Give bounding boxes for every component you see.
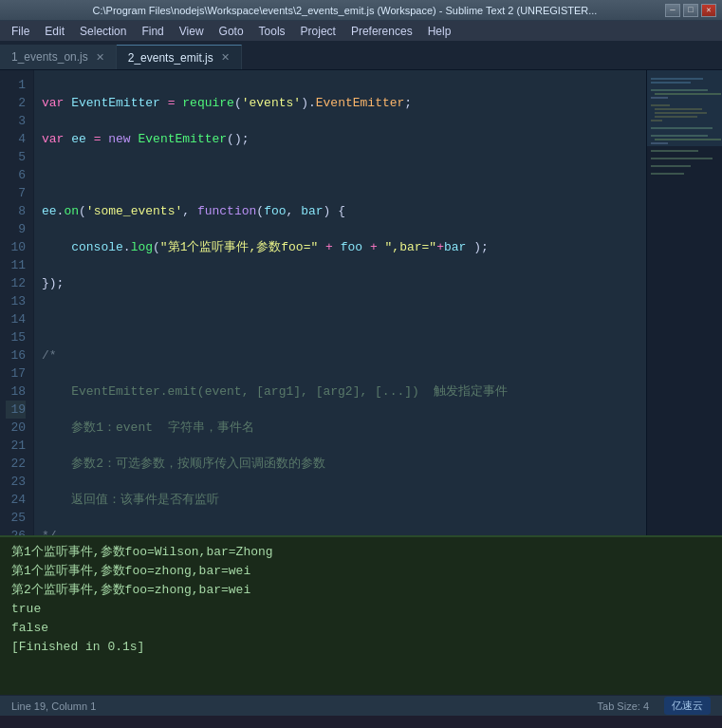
tab-label: 2_events_emit.js xyxy=(128,51,213,65)
editor-area: 1 2 3 4 5 6 7 8 9 10 11 12 13 14 15 16 1… xyxy=(0,70,722,535)
menu-edit[interactable]: Edit xyxy=(37,23,72,40)
tab-1-events-on[interactable]: 1_events_on.js ✕ xyxy=(0,45,117,69)
tab-bar: 1_events_on.js ✕ 2_events_emit.js ✕ xyxy=(0,42,722,70)
svg-rect-17 xyxy=(651,165,691,167)
tab-close-2[interactable]: ✕ xyxy=(219,51,231,64)
tab-close-1[interactable]: ✕ xyxy=(94,51,106,64)
output-line-4: true xyxy=(11,600,711,619)
maximize-button[interactable]: □ xyxy=(683,4,698,17)
brand-text: 亿速云 xyxy=(672,700,703,711)
menu-bar: File Edit Selection Find View Goto Tools… xyxy=(0,21,722,42)
minimap xyxy=(646,70,722,535)
menu-help[interactable]: Help xyxy=(420,23,459,40)
line-numbers: 1 2 3 4 5 6 7 8 9 10 11 12 13 14 15 16 1… xyxy=(0,70,34,535)
output-line-3: 第2个监听事件,参数foo=zhong,bar=wei xyxy=(11,581,711,600)
output-line-6: [Finished in 0.1s] xyxy=(11,638,711,657)
title-controls[interactable]: — □ ✕ xyxy=(665,4,716,17)
output-line-1: 第1个监听事件,参数foo=Wilson,bar=Zhong xyxy=(11,543,711,562)
output-panel: 第1个监听事件,参数foo=Wilson,bar=Zhong 第1个监听事件,参… xyxy=(0,535,722,695)
brand-logo: 亿速云 xyxy=(664,697,711,715)
close-button[interactable]: ✕ xyxy=(701,4,716,17)
status-position: Line 19, Column 1 xyxy=(11,700,96,712)
menu-view[interactable]: View xyxy=(172,23,212,40)
minimize-button[interactable]: — xyxy=(665,4,680,17)
tab-2-events-emit[interactable]: 2_events_emit.js ✕ xyxy=(117,45,242,69)
menu-file[interactable]: File xyxy=(4,23,37,40)
status-tabsize: Tab Size: 4 xyxy=(598,700,649,712)
title-text: C:\Program Files\nodejs\Workspace\events… xyxy=(25,5,665,16)
menu-selection[interactable]: Selection xyxy=(72,23,134,40)
output-line-2: 第1个监听事件,参数foo=zhong,bar=wei xyxy=(11,562,711,581)
tab-label: 1_events_on.js xyxy=(11,50,88,64)
status-bar: Line 19, Column 1 Tab Size: 4 亿速云 xyxy=(0,695,722,716)
menu-project[interactable]: Project xyxy=(293,23,343,40)
svg-rect-19 xyxy=(647,70,722,146)
menu-preferences[interactable]: Preferences xyxy=(343,23,420,40)
output-line-5: false xyxy=(11,619,711,638)
svg-rect-16 xyxy=(651,158,713,159)
menu-find[interactable]: Find xyxy=(134,23,171,40)
menu-goto[interactable]: Goto xyxy=(212,23,251,40)
title-bar: C:\Program Files\nodejs\Workspace\events… xyxy=(0,0,722,21)
code-editor[interactable]: var EventEmitter = require('events').Eve… xyxy=(34,70,646,535)
svg-rect-15 xyxy=(651,150,698,152)
menu-tools[interactable]: Tools xyxy=(251,23,293,40)
svg-rect-18 xyxy=(651,173,684,175)
